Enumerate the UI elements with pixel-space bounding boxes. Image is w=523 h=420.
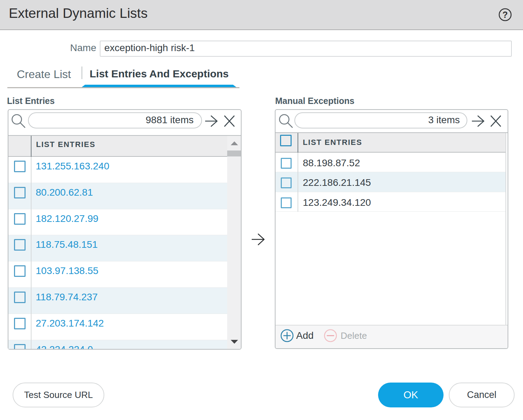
svg-text:?: ? [502, 10, 508, 20]
